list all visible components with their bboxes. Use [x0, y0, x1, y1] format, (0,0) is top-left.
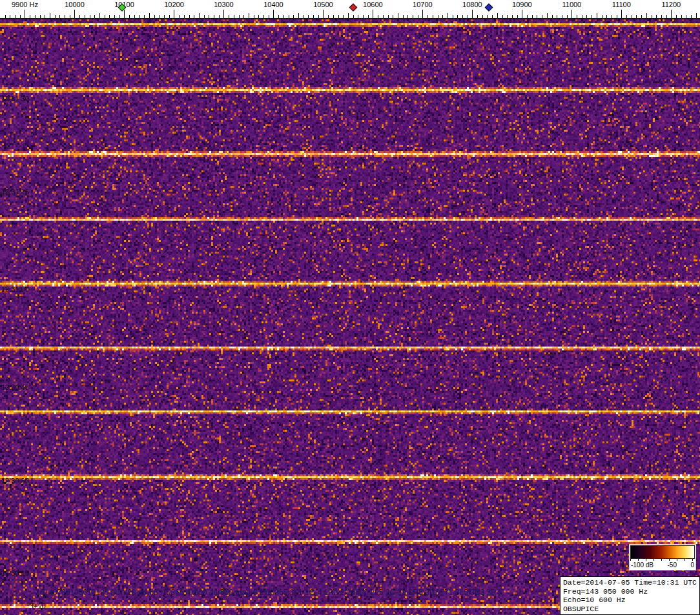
corner-label: ^f+10: [28, 602, 46, 610]
freq-tick: [472, 10, 473, 18]
freq-tick-label: 10700: [413, 1, 433, 8]
freq-tick: [597, 13, 597, 18]
freq-tick: [154, 15, 155, 18]
detection-annotation: 20140705103010180 hCnt28 nb-68 f10865 hi…: [36, 588, 501, 597]
time-tick-label: 12:30:15: [1, 569, 29, 577]
freq-tick: [567, 15, 568, 18]
freq-tick: [517, 15, 518, 18]
freq-tick: [20, 15, 21, 18]
freq-tick: [398, 13, 398, 18]
time-tick-label: 12:30:45: [1, 383, 29, 391]
freq-tick: [393, 15, 393, 18]
freq-tick: [209, 15, 209, 18]
freq-tick-label: 11100: [612, 1, 631, 8]
freq-tick: [254, 15, 254, 18]
db-label-mid: -50: [668, 561, 677, 569]
freq-tick: [547, 13, 548, 18]
freq-tick: [562, 15, 562, 18]
freq-tick: [492, 15, 493, 18]
freq-tick-label: 10600: [363, 1, 383, 8]
freq-tick-label: 10500: [313, 1, 333, 8]
freq-tick-label: 10200: [164, 1, 184, 8]
freq-tick: [134, 15, 135, 18]
freq-tick: [263, 15, 264, 18]
freq-tick: [45, 15, 45, 18]
freq-tick-label: 10900: [512, 1, 532, 8]
blue-marker-diamond[interactable]: [484, 3, 493, 12]
red-marker-diamond[interactable]: [349, 3, 357, 12]
freq-tick: [557, 15, 557, 18]
freq-tick: [661, 15, 662, 18]
freq-tick: [626, 15, 627, 18]
freq-tick: [229, 15, 229, 18]
freq-tick: [55, 15, 56, 18]
freq-tick: [636, 15, 637, 18]
freq-tick-label: 10300: [214, 1, 234, 8]
freq-tick: [582, 15, 582, 18]
freq-tick: [50, 13, 50, 18]
freq-tick: [646, 13, 647, 18]
freq-tick: [298, 13, 299, 18]
freq-tick: [70, 15, 70, 18]
freq-tick-label: 10400: [263, 1, 283, 8]
freq-tick: [79, 15, 80, 18]
freq-tick: [40, 15, 41, 18]
freq-tick: [214, 15, 214, 18]
freq-tick: [378, 15, 378, 18]
freq-tick: [74, 10, 75, 18]
freq-tick: [333, 15, 334, 18]
freq-tick: [577, 15, 577, 18]
spectrogram-canvas[interactable]: [0, 19, 700, 615]
freq-tick-label: 11000: [562, 1, 581, 8]
freq-tick: [318, 15, 319, 18]
freq-tick: [348, 13, 349, 18]
freq-tick: [383, 15, 384, 18]
freq-tick: [422, 10, 423, 18]
freq-tick: [85, 15, 85, 18]
freq-tick: [527, 15, 528, 18]
freq-tick: [537, 15, 537, 18]
freq-tick: [373, 10, 373, 18]
freq-tick: [512, 15, 513, 18]
freq-tick: [477, 15, 478, 18]
freq-tick: [139, 15, 140, 18]
freq-tick: [617, 15, 617, 18]
freq-tick: [652, 15, 652, 18]
freq-tick: [144, 15, 145, 18]
freq-tick: [179, 15, 180, 18]
freq-tick: [681, 15, 682, 18]
freq-tick: [65, 15, 65, 18]
db-gradient-bar: [630, 545, 695, 559]
freq-tick: [532, 15, 533, 18]
freq-tick: [338, 15, 339, 18]
spectrogram-area: 12:31:3012:31:1512:31:0012:30:4512:30:30…: [0, 19, 700, 615]
db-scalebar: -100 dB -50 0: [629, 544, 696, 570]
freq-tick: [124, 10, 125, 18]
time-tick-label: 12:31:00: [1, 285, 29, 293]
freq-tick: [487, 15, 488, 18]
freq-tick: [448, 13, 448, 18]
freq-tick: [666, 15, 667, 18]
freq-tick-label: 9900 Hz: [12, 1, 38, 8]
freq-tick: [368, 15, 369, 18]
freq-tick: [59, 15, 60, 18]
freq-tick: [258, 15, 259, 18]
freq-tick: [269, 15, 269, 18]
freq-tick: [114, 15, 115, 18]
freq-tick: [199, 13, 200, 18]
freq-tick: [482, 15, 483, 18]
freq-tick: [234, 15, 234, 18]
freq-tick: [109, 15, 110, 18]
frequency-ruler[interactable]: 9900 Hz100001010010200103001040010500106…: [0, 0, 700, 19]
freq-tick: [10, 15, 10, 18]
freq-tick: [15, 15, 15, 18]
freq-tick: [413, 15, 413, 18]
freq-tick: [219, 15, 220, 18]
freq-tick: [239, 15, 240, 18]
freq-tick: [5, 15, 6, 18]
freq-tick: [497, 13, 498, 18]
freq-tick: [223, 10, 224, 18]
freq-tick-label: 10000: [65, 1, 85, 8]
freq-tick: [25, 10, 25, 18]
freq-tick: [542, 15, 542, 18]
